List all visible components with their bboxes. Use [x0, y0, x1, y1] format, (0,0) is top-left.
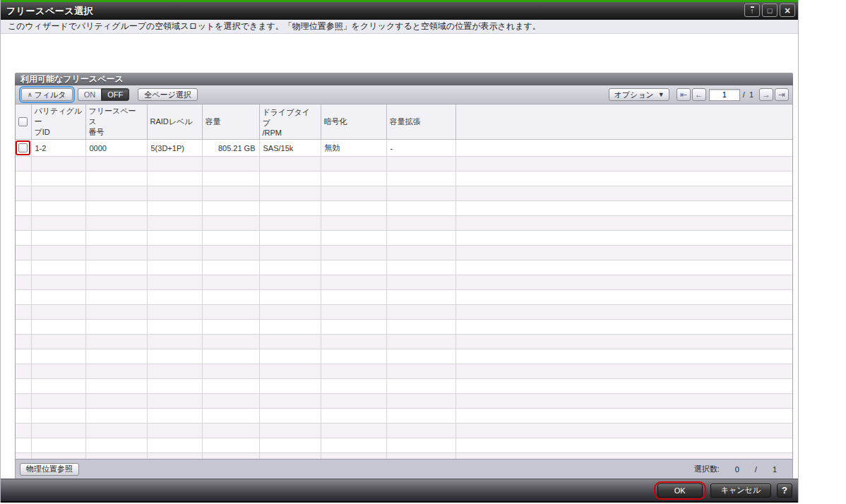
- close-icon: ×: [785, 6, 790, 16]
- filter-collapse-icon: ∧: [28, 91, 32, 98]
- empty-row: [16, 231, 792, 246]
- empty-row: [16, 260, 792, 275]
- select-all-pages-button[interactable]: 全ページ選択: [138, 88, 198, 101]
- select-all-checkbox[interactable]: [18, 117, 28, 126]
- first-page-button[interactable]: ⇤: [677, 88, 691, 101]
- dialog-footer: OK キャンセル ?: [1, 479, 798, 503]
- column-header-drive-type-rpm[interactable]: ドライブタイプ /RPM: [259, 104, 321, 140]
- empty-row: [16, 379, 792, 394]
- last-page-button[interactable]: ⇥: [775, 88, 789, 101]
- dialog-title: フリースペース選択: [1, 5, 93, 18]
- empty-row: [16, 394, 792, 409]
- column-header-filler: [455, 104, 792, 140]
- empty-row: [16, 349, 792, 364]
- empty-row: [16, 157, 792, 172]
- panel-body: ∧ フィルタ ON OFF 全ページ選択 オプション ▼ ⇤: [15, 85, 793, 479]
- window-controls: ↑ □ ×: [744, 4, 795, 17]
- empty-row: [16, 424, 792, 438]
- physical-location-button[interactable]: 物理位置参照: [20, 463, 79, 476]
- cell-raid-level: 5(3D+1P): [147, 140, 202, 157]
- empty-row: [16, 290, 792, 305]
- selected-count-value: 0: [735, 465, 739, 474]
- options-button[interactable]: オプション ▼: [609, 88, 669, 101]
- row-checkbox[interactable]: [18, 143, 28, 152]
- column-header-capacity-expansion[interactable]: 容量拡張: [386, 104, 455, 140]
- empty-row: [16, 320, 792, 335]
- cell-free-space-number: 0000: [85, 140, 147, 157]
- available-free-space-panel: 利用可能なフリースペース ∧ フィルタ ON OFF 全ページ選択: [15, 73, 793, 479]
- prev-page-button[interactable]: ←: [692, 88, 706, 101]
- filter-button[interactable]: ∧ フィルタ: [21, 88, 73, 101]
- page-total-label: / 1: [743, 90, 753, 99]
- close-button[interactable]: ×: [780, 4, 795, 17]
- ok-annotation-highlight: OK: [654, 481, 706, 500]
- selected-count-separator: /: [755, 465, 757, 474]
- filter-off-button[interactable]: OFF: [101, 88, 129, 101]
- filter-button-label: フィルタ: [35, 90, 66, 100]
- empty-row: [16, 216, 792, 231]
- empty-row: [16, 409, 792, 424]
- ok-button[interactable]: OK: [657, 484, 703, 498]
- select-all-header-cell: [16, 104, 31, 140]
- cell-capacity: 805.21 GB: [202, 140, 259, 157]
- column-header-encryption[interactable]: 暗号化: [321, 104, 386, 140]
- table-row[interactable]: 1-2 0000 5(3D+1P) 805.21 GB SAS/15k 無効 -: [16, 140, 792, 157]
- dropdown-arrow-icon: ▼: [658, 91, 665, 98]
- cell-parity-group-id: 1-2: [31, 140, 85, 157]
- prev-page-icon: ←: [695, 90, 703, 100]
- filter-on-off-toggle: ON OFF: [78, 88, 130, 101]
- filter-focus-highlight: ∧ フィルタ: [19, 86, 75, 103]
- page-number-input[interactable]: [709, 89, 740, 101]
- column-header-capacity[interactable]: 容量: [202, 104, 259, 140]
- rollup-icon: ↑: [751, 6, 754, 15]
- help-button[interactable]: ?: [777, 484, 792, 498]
- next-page-button[interactable]: →: [759, 88, 773, 101]
- column-header-parity-group-id[interactable]: パリティグルー プID: [31, 104, 85, 140]
- selected-count: 選択数: 0 / 1: [694, 464, 788, 474]
- last-page-icon: ⇥: [778, 90, 785, 100]
- maximize-button[interactable]: □: [762, 4, 778, 17]
- cell-capacity-expansion: -: [386, 140, 455, 157]
- panel-title: 利用可能なフリースペース: [15, 73, 793, 85]
- dialog-titlebar[interactable]: フリースペース選択 ↑ □ ×: [1, 2, 798, 20]
- table-header: パリティグルー プID フリースペース 番号 RAIDレベル 容量 ドライブタイ…: [16, 104, 792, 140]
- row-checkbox-cell: [16, 140, 31, 157]
- empty-row: [16, 201, 792, 216]
- empty-row: [16, 453, 792, 460]
- checkbox-annotation-highlight: [16, 140, 30, 155]
- selected-count-label: 選択数:: [694, 464, 720, 474]
- next-page-icon: →: [762, 90, 770, 100]
- cell-filler: [455, 140, 792, 157]
- rollup-button[interactable]: ↑: [744, 4, 760, 17]
- options-button-label: オプション: [614, 90, 653, 100]
- empty-row: [16, 364, 792, 379]
- empty-row: [16, 186, 792, 201]
- table-body: 1-2 0000 5(3D+1P) 805.21 GB SAS/15k 無効 -: [16, 140, 792, 460]
- table-toolbar: ∧ フィルタ ON OFF 全ページ選択 オプション ▼ ⇤: [16, 85, 792, 104]
- column-header-free-space-number[interactable]: フリースペース 番号: [85, 104, 147, 140]
- empty-row: [16, 438, 792, 453]
- empty-row: [16, 246, 792, 260]
- toolbar-left-group: ∧ フィルタ ON OFF 全ページ選択: [19, 86, 198, 103]
- wizard-description: このウィザードでパリティグループの空領域スロットを選択できます。「物理位置参照」…: [1, 20, 798, 34]
- empty-row: [16, 305, 792, 320]
- free-space-select-dialog: フリースペース選択 ↑ □ × このウィザードでパリティグループの空領域スロット…: [0, 0, 799, 503]
- first-page-icon: ⇤: [680, 90, 687, 100]
- table-bottom-bar: 物理位置参照 選択数: 0 / 1: [16, 459, 792, 479]
- cancel-button[interactable]: キャンセル: [710, 484, 771, 498]
- empty-row: [16, 335, 792, 349]
- free-space-table: パリティグルー プID フリースペース 番号 RAIDレベル 容量 ドライブタイ…: [16, 104, 792, 459]
- empty-row: [16, 172, 792, 186]
- empty-row: [16, 275, 792, 290]
- maximize-icon: □: [768, 6, 773, 15]
- selected-count-total: 1: [773, 465, 777, 474]
- cell-drive-type-rpm: SAS/15k: [259, 140, 321, 157]
- column-header-raid-level[interactable]: RAIDレベル: [147, 104, 202, 140]
- toolbar-right-group: オプション ▼ ⇤ ← / 1 → ⇥: [609, 88, 789, 101]
- cell-encryption: 無効: [321, 140, 386, 157]
- filter-on-button[interactable]: ON: [78, 88, 102, 101]
